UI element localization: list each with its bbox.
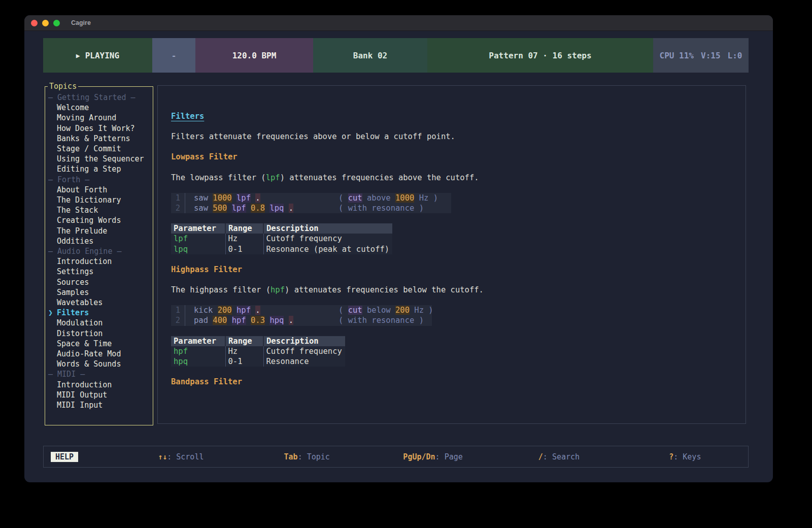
topic-item[interactable]: Banks & Patterns [45,134,153,144]
topic-item[interactable]: Creating Words [45,215,153,225]
topic-item[interactable]: The Dictionary [45,195,153,205]
text-token [213,306,217,315]
shortcut-label: : Page [435,452,463,461]
topic-section-header: — MIDI — [45,369,153,379]
table-row: lpfHzCutoff frequency [171,234,392,244]
line-number: 2 [171,315,185,325]
topic-label: — Audio Engine — [48,247,122,256]
topic-item[interactable]: Settings [45,267,153,277]
text-token: 400 [213,316,227,325]
window-title: Cagire [71,19,91,26]
topic-item[interactable]: How Does It Work? [45,123,153,134]
topic-label: Wavetables [57,298,103,307]
topic-item[interactable]: Introduction [45,380,153,390]
code-line: 2pad 400 hpf 0.3 hpq .( with resonance ) [171,315,432,325]
table-cell: lpf [171,234,225,244]
text-token [232,306,236,315]
table-cell-text: hpq [174,357,188,366]
table-header-cell: Range [225,336,263,346]
text-token [284,204,288,213]
topic-item[interactable]: The Stack [45,205,153,215]
topic-label: The Prelude [57,226,107,236]
topic-label: Sources [57,278,89,287]
text-token: 1000 [395,193,414,203]
topic-item[interactable]: Wavetables [45,298,153,308]
text-token [251,306,255,315]
table-cell: Hz [225,346,263,356]
code-comment: ( with resonance ) [339,315,424,325]
topic-item[interactable]: MIDI Input [45,400,153,410]
code-comment: ( cut above 1000 Hz ) [339,193,438,203]
topic-item[interactable]: ❯Filters [45,308,153,318]
system-stats: CPU 11% V:15 L:0 [653,38,749,73]
pattern-display: Pattern 07 · 16 steps [427,38,653,73]
code-line: 1saw 1000 lpf .( cut above 1000 Hz ) [171,193,451,203]
text-token: ) attenuates frequencies below the cutof… [285,285,484,294]
shortcut-key: ? [669,452,673,461]
code-example: 1kick 200 hpf .( cut below 200 Hz )2pad … [171,305,432,325]
transport-status-label: PLAYING [85,51,119,60]
topic-item[interactable]: Audio-Rate Mod [45,349,153,359]
help-mode-badge: HELP [51,452,78,462]
text-token: lpf [232,204,246,213]
parameter-table: ParameterRangeDescriptionlpfHzCutoff fre… [171,223,392,254]
text-token: . [289,204,293,213]
topic-label: Words & Sounds [57,359,121,369]
shortcut-label: : Keys [673,452,701,461]
topic-item[interactable]: Moving Around [45,113,153,123]
topic-section-header: — Getting Started — [45,92,153,103]
topic-section-header: — Audio Engine — [45,246,153,256]
topic-item[interactable]: Welcome [45,103,153,113]
topic-item[interactable]: Introduction [45,256,153,267]
topic-item[interactable]: Editing a Step [45,164,153,174]
topic-item[interactable]: Samples [45,287,153,298]
content-sections: Lowpass FilterThe lowpass filter (lpf) a… [171,152,746,387]
table-cell: Resonance (peak at cutoff) [263,244,392,254]
topic-item[interactable]: Distortion [45,328,153,339]
topic-item[interactable]: Space & Time [45,339,153,349]
zoom-window-button[interactable] [53,20,60,26]
close-window-button[interactable] [31,20,38,26]
table-cell-text: Hz [228,347,238,356]
topics-list[interactable]: — Getting Started —WelcomeMoving AroundH… [45,87,153,410]
topic-item[interactable]: Modulation [45,318,153,328]
text-token: 200 [395,306,410,315]
topic-item[interactable]: Oddities [45,236,153,246]
text-token [246,316,251,325]
minimize-window-button[interactable] [42,20,49,26]
line-number: 1 [171,305,185,315]
topic-item[interactable]: Using the Sequencer [45,154,153,164]
text-token [246,204,251,213]
shortcut-label: : Scroll [167,452,204,461]
topic-item[interactable]: Stage / Commit [45,144,153,154]
text-token [265,316,269,325]
table-header-cell: Description [263,223,392,234]
text-token: lpf [266,173,280,182]
text-token: hpf [232,316,246,325]
section-paragraph: The highpass filter (hpf) attenuates fre… [171,285,746,295]
text-token [208,316,213,325]
shortcut-label: : Search [543,452,580,461]
topic-label: Banks & Patterns [57,134,130,143]
transport-slot: - [152,38,195,73]
topic-item[interactable]: Words & Sounds [45,359,153,369]
topic-item[interactable]: The Prelude [45,226,153,236]
topic-label: Welcome [57,103,89,112]
topic-item[interactable]: About Forth [45,185,153,195]
topic-item[interactable]: Sources [45,277,153,287]
table-cell: hpf [171,346,225,356]
topic-item[interactable]: MIDI Output [45,390,153,400]
text-token [208,193,213,203]
keyboard-shortcut-hint: PgUp/Dn: Page [370,452,496,461]
text-token [284,316,288,325]
keyboard-shortcut-hint: Tab: Topic [244,452,370,461]
line-number: 2 [171,203,185,213]
topic-label: Introduction [57,257,112,266]
text-token [227,204,231,213]
line-number: 1 [171,193,185,203]
table-cell: lpq [171,244,225,254]
help-content-panel[interactable]: Filters Filters attenuate frequencies ab… [157,85,746,424]
table-row: hpfHzCutoff frequency [171,346,345,356]
section-paragraph: The lowpass filter (lpf) attenuates freq… [171,173,746,183]
table-header-cell: Parameter [171,223,225,234]
